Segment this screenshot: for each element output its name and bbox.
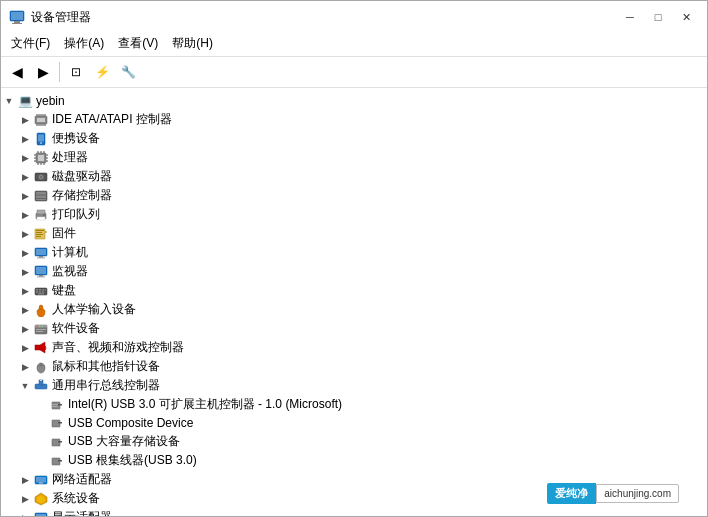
tree-row-audio[interactable]: ▶ 声音、视频和游戏控制器 [1,338,707,357]
tree-row-monitor[interactable]: ▶ 监视器 [1,262,707,281]
tree-row-disk[interactable]: ▶ 磁盘驱动器 [1,167,707,186]
label-network: 网络适配器 [52,471,112,488]
label-root: yebin [36,94,65,108]
tree-row-usb-intel[interactable]: ▶ Intel(R) USB 3.0 可扩展主机控制器 - 1.0 (Micro… [1,395,707,414]
svg-rect-65 [42,291,44,293]
expander-computer[interactable]: ▶ [17,245,33,261]
device-manager-window: 设备管理器 ─ □ ✕ 文件(F)操作(A)查看(V)帮助(H) ◀ ▶ ⊡ ⚡… [0,0,708,517]
svg-rect-49 [36,236,41,237]
expander-printer[interactable]: ▶ [17,207,33,223]
icon-ide [33,112,49,128]
svg-rect-1 [14,21,20,23]
label-disk: 磁盘驱动器 [52,168,112,185]
maximize-button[interactable]: □ [645,7,671,27]
tree-row-ide[interactable]: ▶ IDE ATA/ATAPI 控制器 [1,110,707,129]
svg-marker-76 [40,342,45,353]
icon-usb [33,378,49,394]
expander-system[interactable]: ▶ [17,491,33,507]
tree-row-portable[interactable]: ▶ 便携设备 [1,129,707,148]
expander-portable[interactable]: ▶ [17,131,33,147]
svg-rect-42 [37,217,45,220]
forward-button[interactable]: ▶ [31,60,55,84]
expander-display[interactable]: ▶ [17,510,33,517]
icon-usb-hub [49,453,65,469]
expander-audio[interactable]: ▶ [17,340,33,356]
tree-node-display: ▶ 显示适配器 [1,508,707,516]
tree-row-storage[interactable]: ▶ 存储控制器 [1,186,707,205]
tree-node-portable: ▶ 便携设备 [1,129,707,148]
label-usb: 通用串行总线控制器 [52,377,160,394]
device-tree[interactable]: ▼ 💻 yebin ▶ IDE ATA/ATAPI 控制器 [1,88,707,516]
expander-monitor[interactable]: ▶ [17,264,33,280]
icon-usb-composite [49,415,65,431]
tree-row-display[interactable]: ▶ 显示适配器 [1,508,707,516]
tree-row-computer[interactable]: ▶ 计算机 [1,243,707,262]
expander-hid[interactable]: ▶ [17,302,33,318]
menu-item-文[interactable]: 文件(F) [5,33,56,54]
expander-storage[interactable]: ▶ [17,188,33,204]
expander-firmware[interactable]: ▶ [17,226,33,242]
svg-rect-59 [36,289,38,291]
label-computer: 计算机 [52,244,88,261]
svg-rect-46 [36,230,44,231]
tree-node-usb-composite: ▶ USB Composite Device [1,414,707,432]
window-title: 设备管理器 [31,9,91,26]
tree-node-printer: ▶ 打印队列 [1,205,707,224]
svg-rect-37 [36,192,46,195]
svg-rect-52 [39,256,43,258]
expander-network[interactable]: ▶ [17,472,33,488]
tree-row-hid[interactable]: ▶ 人体学输入设备 [1,300,707,319]
tree-row-keyboard[interactable]: ▶ 键盘 [1,281,707,300]
svg-rect-87 [58,422,62,424]
content-area: ▼ 💻 yebin ▶ IDE ATA/ATAPI 控制器 [1,88,707,516]
tree-row-root[interactable]: ▼ 💻 yebin [1,92,707,110]
app-icon [9,9,25,25]
expander-ide[interactable]: ▶ [17,112,33,128]
svg-rect-66 [38,293,44,294]
svg-rect-98 [36,514,46,517]
svg-rect-57 [37,276,45,277]
svg-point-71 [39,325,40,326]
expander-mouse[interactable]: ▶ [17,359,33,375]
svg-point-72 [41,325,42,326]
expander-root[interactable]: ▼ [1,93,17,109]
icon-computer [33,245,49,261]
close-button[interactable]: ✕ [673,7,699,27]
menu-item-查[interactable]: 查看(V) [112,33,164,54]
icon-monitor [33,264,49,280]
menu-item-帮[interactable]: 帮助(H) [166,33,219,54]
toolbar-btn-2[interactable]: ⚡ [90,60,114,84]
menu-item-操[interactable]: 操作(A) [58,33,110,54]
tree-row-processor[interactable]: ▶ 处理器 [1,148,707,167]
menu-bar: 文件(F)操作(A)查看(V)帮助(H) [1,31,707,57]
label-system: 系统设备 [52,490,100,507]
icon-portable [33,131,49,147]
expander-disk[interactable]: ▶ [17,169,33,185]
svg-rect-89 [58,441,62,443]
expander-software[interactable]: ▶ [17,321,33,337]
svg-rect-73 [36,329,46,330]
tree-row-usb-mass[interactable]: ▶ USB 大容量存储设备 [1,432,707,451]
toolbar-btn-1[interactable]: ⊡ [64,60,88,84]
watermark-logo: 爱纯净 [547,483,596,504]
tree-row-usb[interactable]: ▼ 通用串行总线控制器 [1,376,707,395]
minimize-button[interactable]: ─ [617,7,643,27]
label-mouse: 鼠标和其他指针设备 [52,358,160,375]
icon-disk [33,169,49,185]
tree-row-usb-composite[interactable]: ▶ USB Composite Device [1,414,707,432]
icon-network [33,472,49,488]
expander-usb[interactable]: ▼ [17,378,33,394]
toolbar-btn-3[interactable]: 🔧 [116,60,140,84]
svg-point-18 [40,142,42,144]
tree-row-software[interactable]: ▶ 软件设备 [1,319,707,338]
tree-row-printer[interactable]: ▶ 打印队列 [1,205,707,224]
expander-processor[interactable]: ▶ [17,150,33,166]
expander-keyboard[interactable]: ▶ [17,283,33,299]
back-button[interactable]: ◀ [5,60,29,84]
watermark: 爱纯净 aichunjing.com [547,483,679,504]
label-usb-composite: USB Composite Device [68,416,193,430]
tree-row-mouse[interactable]: ▶ 鼠标和其他指针设备 [1,357,707,376]
tree-row-usb-hub[interactable]: ▶ USB 根集线器(USB 3.0) [1,451,707,470]
icon-keyboard [33,283,49,299]
tree-row-firmware[interactable]: ▶ 固件 [1,224,707,243]
